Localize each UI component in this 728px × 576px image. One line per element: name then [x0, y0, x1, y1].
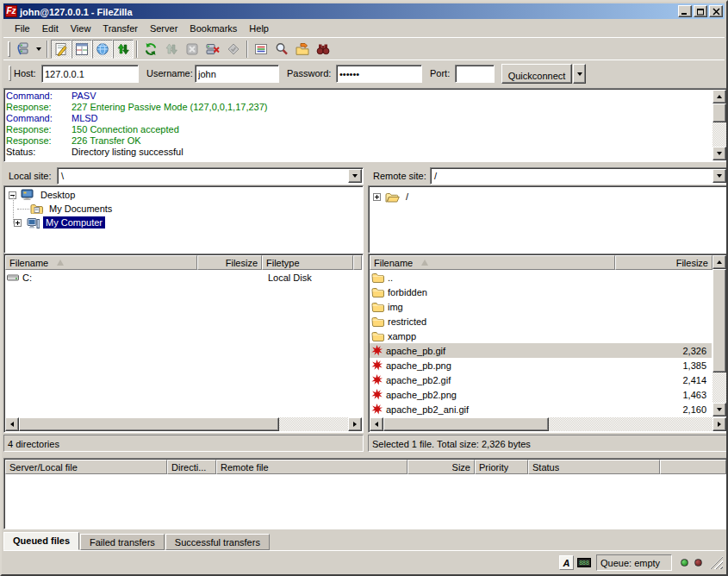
process-queue-button[interactable]: [161, 40, 182, 59]
remote-tree: /: [368, 185, 728, 254]
refresh-button[interactable]: [140, 40, 161, 59]
menu-file[interactable]: File: [9, 22, 36, 35]
tree-item-my-documents[interactable]: My Documents: [8, 202, 363, 216]
tab-successful-transfers[interactable]: Successful transfers: [165, 534, 270, 550]
resize-grip[interactable]: [710, 556, 723, 569]
tree-item-label[interactable]: /: [403, 191, 411, 203]
quickconnect-grip[interactable]: [9, 66, 11, 81]
toggle-local-tree-button[interactable]: [72, 40, 92, 59]
scroll-right-button[interactable]: [348, 417, 362, 431]
scroll-left-button[interactable]: [370, 417, 383, 431]
cancel-operation-button[interactable]: [182, 40, 202, 59]
close-button[interactable]: [709, 5, 723, 17]
column-header-filetype[interactable]: Filetype: [262, 255, 353, 270]
port-input[interactable]: [455, 65, 495, 83]
quickconnect-dropdown[interactable]: [573, 64, 586, 84]
directory-filters-button[interactable]: [251, 40, 271, 59]
maximize-icon: [697, 8, 705, 16]
tab-failed-transfers[interactable]: Failed transfers: [80, 534, 165, 550]
column-header-size[interactable]: Size: [408, 460, 475, 474]
file-row-selected[interactable]: apache_pb.gif 2,326: [370, 343, 712, 358]
menu-edit[interactable]: Edit: [36, 22, 65, 35]
file-row[interactable]: apache_pb2.png 1,463: [370, 387, 712, 402]
remote-site-combo[interactable]: /: [430, 167, 728, 185]
column-header-direction[interactable]: Directi...: [167, 460, 216, 474]
column-header-lastmodified[interactable]: L: [353, 255, 362, 270]
find-files-button[interactable]: [313, 40, 333, 59]
scroll-up-button[interactable]: [712, 90, 726, 103]
toolbar-grip[interactable]: [8, 41, 10, 57]
file-row-local-drive[interactable]: C: Local Disk: [5, 270, 362, 285]
menu-bar: File Edit View Transfer Server Bookmarks…: [3, 20, 725, 36]
menu-help[interactable]: Help: [243, 22, 275, 35]
tree-item-my-computer[interactable]: My Computer: [8, 216, 363, 229]
scrollbar-thumb[interactable]: [712, 103, 726, 122]
menu-server[interactable]: Server: [144, 22, 184, 35]
quickconnect-button[interactable]: Quickconnect: [501, 64, 572, 84]
remote-vertical-scrollbar[interactable]: [712, 255, 726, 416]
column-header-filesize[interactable]: Filesize: [615, 255, 712, 270]
file-search-button[interactable]: [271, 40, 292, 59]
remote-treeview-icon: [96, 42, 109, 56]
file-row[interactable]: apache_pb.png 1,385: [370, 358, 712, 373]
host-input[interactable]: [41, 65, 139, 83]
menu-view[interactable]: View: [65, 22, 97, 35]
scroll-down-button[interactable]: [712, 147, 726, 160]
scrollbar-thumb[interactable]: [712, 269, 726, 373]
column-header-remote-file[interactable]: Remote file: [216, 460, 408, 474]
tree-item-label[interactable]: My Documents: [47, 203, 115, 215]
column-header-server-local-file[interactable]: Server/Local file: [5, 460, 167, 474]
minimize-button[interactable]: [678, 5, 692, 17]
site-manager-button[interactable]: [13, 40, 34, 59]
tree-item-root[interactable]: /: [372, 190, 727, 203]
arrow-down-icon: [717, 152, 722, 155]
scroll-right-button[interactable]: [712, 417, 726, 431]
local-site-dropdown[interactable]: [348, 169, 362, 183]
column-header-status[interactable]: Status: [528, 460, 660, 474]
menu-transfer[interactable]: Transfer: [96, 22, 144, 35]
file-row[interactable]: img: [370, 299, 712, 314]
filezilla-window: Fz john@127.0.0.1 - FileZilla File Edit …: [0, 0, 728, 576]
expand-expander-icon[interactable]: [373, 193, 381, 201]
scroll-up-button[interactable]: [712, 255, 726, 269]
toggle-transfer-queue-button[interactable]: [113, 40, 134, 59]
title-bar[interactable]: Fz john@127.0.0.1 - FileZilla: [3, 3, 725, 19]
column-header-filename[interactable]: Filename: [370, 255, 615, 270]
tree-item-label[interactable]: Desktop: [38, 189, 78, 201]
column-header-priority[interactable]: Priority: [475, 460, 528, 474]
reconnect-button[interactable]: [223, 40, 244, 59]
password-input[interactable]: [336, 65, 422, 83]
scrollbar-thumb[interactable]: [383, 417, 549, 431]
tab-queued-files[interactable]: Queued files: [3, 532, 79, 550]
tree-item-desktop[interactable]: Desktop: [8, 188, 363, 202]
file-row[interactable]: apache_pb2_ani.gif 2,160: [370, 402, 712, 416]
scrollbar-thumb[interactable]: [19, 417, 279, 431]
local-horizontal-scrollbar[interactable]: [5, 417, 362, 431]
speed-limits-icon[interactable]: 888: [577, 558, 591, 567]
username-input[interactable]: [195, 65, 279, 83]
toggle-message-log-button[interactable]: [51, 40, 72, 59]
app-icon[interactable]: Fz: [5, 5, 17, 17]
file-row[interactable]: forbidden: [370, 285, 712, 299]
directory-comparison-button[interactable]: [292, 40, 313, 59]
expand-expander-icon[interactable]: [14, 219, 22, 227]
column-header-filesize[interactable]: Filesize: [197, 255, 262, 270]
remote-horizontal-scrollbar[interactable]: [370, 417, 726, 431]
local-site-combo[interactable]: \: [57, 167, 364, 185]
scroll-left-button[interactable]: [5, 417, 19, 431]
file-row[interactable]: xampp: [370, 329, 712, 343]
remote-site-dropdown[interactable]: [712, 169, 726, 183]
disconnect-button[interactable]: [202, 40, 223, 59]
file-row[interactable]: ..: [370, 270, 712, 285]
maximize-button[interactable]: [694, 5, 707, 17]
tree-item-label[interactable]: My Computer: [43, 216, 105, 229]
scroll-down-button[interactable]: [712, 403, 726, 416]
file-row[interactable]: apache_pb2.gif 2,414: [370, 373, 712, 387]
menu-bookmarks[interactable]: Bookmarks: [184, 22, 243, 35]
log-scrollbar[interactable]: [712, 90, 726, 160]
ascii-transfer-type-icon[interactable]: A: [559, 555, 574, 570]
site-manager-dropdown[interactable]: [34, 40, 44, 59]
column-header-filename[interactable]: Filename: [5, 255, 197, 270]
file-row[interactable]: restricted: [370, 314, 712, 329]
toggle-remote-tree-button[interactable]: [92, 40, 113, 59]
